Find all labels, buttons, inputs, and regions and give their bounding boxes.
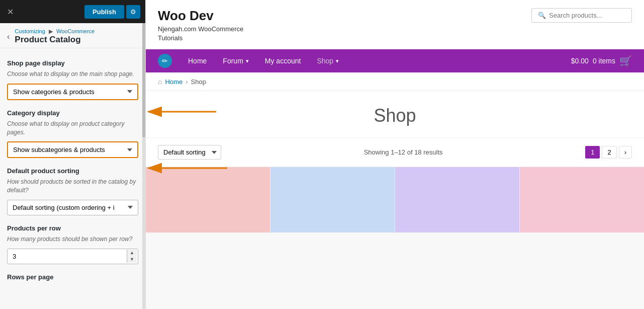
- shop-title-area: Shop: [146, 91, 644, 138]
- panel-scroll: Shop page display Choose what to display…: [0, 48, 145, 309]
- nav-edit-button[interactable]: ✏: [158, 54, 172, 68]
- cart-items-count: 0 items: [593, 57, 615, 65]
- bc-separator: ›: [186, 78, 188, 86]
- shop-title: Shop: [146, 105, 644, 126]
- category-display-desc: Choose what to display on product catego…: [7, 120, 138, 137]
- nav-forum-dropdown-icon: ▾: [246, 58, 249, 64]
- nav-item-myaccount[interactable]: My account: [257, 51, 309, 71]
- site-tagline: Njengah.com WooCommerce Tutorials: [158, 25, 243, 43]
- rows-per-page-title: Rows per page: [7, 273, 138, 281]
- back-button[interactable]: ‹: [7, 32, 10, 41]
- product-card-1[interactable]: [146, 167, 270, 233]
- publish-button[interactable]: Publish: [84, 5, 124, 19]
- tagline-line2: Tutorials: [158, 34, 182, 42]
- shop-content: Shop Default sorting Popularity Latest S…: [146, 91, 644, 309]
- nav-left: ✏ Home Forum ▾ My account Shop ▾: [158, 51, 347, 71]
- sorting-select[interactable]: Default sorting Popularity Latest: [158, 145, 221, 160]
- bc-home-link[interactable]: Home: [165, 78, 182, 86]
- product-image-4: [520, 167, 644, 233]
- category-display-select[interactable]: Show products Show subcategories Show su…: [8, 142, 137, 157]
- bc-sep1: ▶: [49, 28, 54, 34]
- default-sorting-title: Default product sorting: [7, 167, 138, 175]
- search-box[interactable]: 🔍: [531, 8, 632, 23]
- breadcrumb-content: Customizing ▶ WooCommerce Product Catalo…: [15, 28, 95, 45]
- page-title: Product Catalog: [15, 35, 95, 45]
- site-header: Woo Dev Njengah.com WooCommerce Tutorial…: [146, 0, 644, 49]
- search-input[interactable]: [549, 12, 619, 19]
- bc-current: Shop: [191, 78, 206, 86]
- nav-forum-label: Forum: [223, 57, 243, 65]
- page-1-button[interactable]: 1: [585, 146, 600, 159]
- pagination: 1 2 ›: [585, 146, 632, 159]
- site-title: Woo Dev: [158, 8, 243, 24]
- category-display-title: Category display: [7, 109, 138, 117]
- gear-button[interactable]: ⚙: [126, 5, 140, 19]
- site-branding: Woo Dev Njengah.com WooCommerce Tutorial…: [158, 8, 243, 43]
- nav-item-forum[interactable]: Forum ▾: [215, 51, 256, 71]
- nav-shop-dropdown-icon: ▾: [336, 58, 339, 64]
- default-sorting-select-wrapper: Default sorting (custom ordering + i Pop…: [7, 200, 138, 215]
- spinner-up[interactable]: ▲: [127, 250, 137, 256]
- product-image-2: [270, 167, 395, 233]
- cart-price: $0.00: [571, 57, 589, 65]
- number-spinners: ▲ ▼: [127, 250, 137, 263]
- nav-item-shop[interactable]: Shop ▾: [309, 51, 347, 71]
- home-icon: ⌂: [158, 78, 162, 86]
- breadcrumb-nav: ⌂ Home › Shop: [146, 72, 644, 91]
- shop-page-display-select-wrapper: Show products Show categories Show categ…: [7, 84, 138, 100]
- products-per-row-input[interactable]: [8, 249, 127, 264]
- search-icon: 🔍: [538, 12, 546, 19]
- tagline-line1: Njengah.com WooCommerce: [158, 25, 243, 33]
- publish-area: Publish ⚙: [84, 5, 140, 19]
- products-per-row-title: Products per row: [7, 224, 138, 232]
- scrollbar-thumb: [142, 23, 145, 137]
- shop-page-display-select[interactable]: Show products Show categories Show categ…: [8, 85, 137, 99]
- product-image-3: [395, 167, 519, 233]
- product-card-4[interactable]: [520, 167, 644, 233]
- nav-item-home[interactable]: Home: [180, 51, 215, 71]
- category-display-select-wrapper: Show products Show subcategories Show su…: [7, 141, 138, 158]
- cart-icon[interactable]: 🛒: [619, 55, 632, 67]
- products-per-row-input-wrapper: ▲ ▼: [7, 249, 138, 264]
- shop-toolbar: Default sorting Popularity Latest Showin…: [146, 138, 644, 167]
- product-grid: [146, 167, 644, 233]
- product-card-3[interactable]: [395, 167, 520, 233]
- products-per-row-desc: How many products should be shown per ro…: [7, 235, 138, 244]
- nav-shop-label: Shop: [317, 57, 333, 65]
- spinner-down[interactable]: ▼: [127, 256, 137, 263]
- right-panel: Woo Dev Njengah.com WooCommerce Tutorial…: [146, 0, 644, 309]
- default-sorting-desc: How should products be sorted in the cat…: [7, 178, 138, 195]
- page-2-button[interactable]: 2: [602, 146, 616, 159]
- bc-woocommerce[interactable]: WooCommerce: [56, 28, 95, 34]
- bc-customizing[interactable]: Customizing: [15, 28, 45, 34]
- product-card-2[interactable]: [270, 167, 395, 233]
- close-button[interactable]: ✕: [5, 5, 16, 19]
- nav-items: Home Forum ▾ My account Shop ▾: [180, 51, 347, 71]
- shop-page-display-desc: Choose what to display on the main shop …: [7, 70, 138, 79]
- nav-right: $0.00 0 items 🛒: [571, 55, 632, 67]
- shop-page-display-title: Shop page display: [7, 59, 138, 67]
- breadcrumb-bar: ‹ Customizing ▶ WooCommerce Product Cata…: [0, 23, 145, 48]
- page-next-button[interactable]: ›: [619, 146, 632, 159]
- nav-bar: ✏ Home Forum ▾ My account Shop ▾: [146, 49, 644, 72]
- default-sorting-select[interactable]: Default sorting (custom ordering + i Pop…: [7, 200, 138, 215]
- scrollbar[interactable]: [142, 23, 145, 309]
- top-bar: ✕ Publish ⚙: [0, 0, 145, 23]
- breadcrumb-path: Customizing ▶ WooCommerce: [15, 28, 95, 35]
- product-image-1: [146, 167, 270, 233]
- results-text: Showing 1–12 of 18 results: [364, 148, 443, 156]
- left-panel: ✕ Publish ⚙ ‹ Customizing ▶ WooCommerce …: [0, 0, 146, 309]
